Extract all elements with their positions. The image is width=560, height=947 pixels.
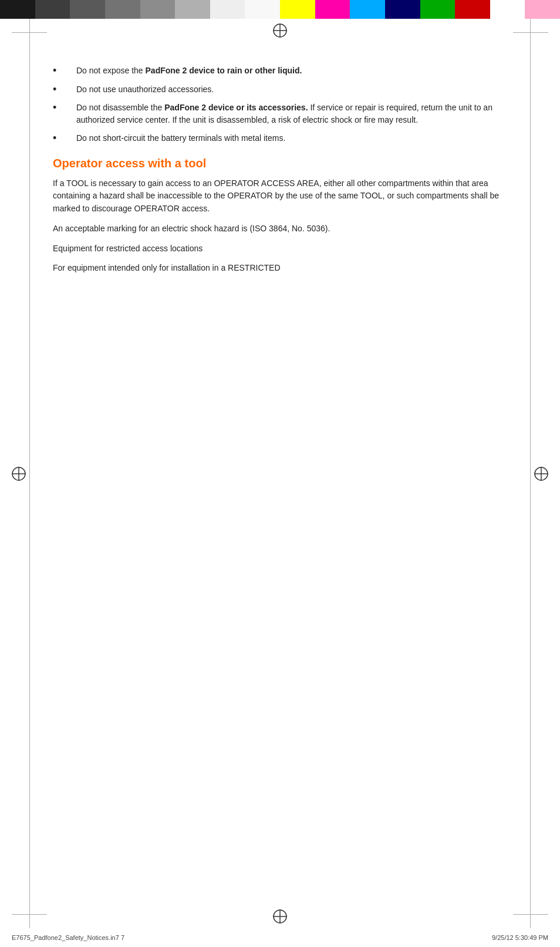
bullet-text: Do not expose the PadFone 2 device to ra…: [76, 65, 507, 77]
main-content: • Do not expose the PadFone 2 device to …: [53, 65, 507, 888]
bold-phrase: PadFone 2 device to rain or other liquid…: [146, 66, 302, 75]
list-item: • Do not expose the PadFone 2 device to …: [53, 65, 507, 77]
list-item: • Do not use unauthorized accessories.: [53, 83, 507, 96]
footer-left: E7675_Padfone2_Safety_Notices.in7 7: [12, 934, 124, 941]
bullet-text: Do not use unauthorized accessories.: [76, 83, 507, 96]
bullet-dot: •: [53, 102, 65, 126]
bullet-dot: •: [53, 83, 65, 96]
color-bar: [0, 0, 560, 19]
bullet-text: Do not disassemble the PadFone 2 device …: [76, 102, 507, 126]
reg-mark-bottom: [272, 908, 288, 925]
body-paragraph-1: If a TOOL is necessary to gain access to…: [53, 177, 507, 215]
reg-mark-right: [533, 466, 549, 482]
border-left: [29, 19, 30, 928]
bullet-list: • Do not expose the PadFone 2 device to …: [53, 65, 507, 145]
footer-right: 9/25/12 5:30:49 PM: [492, 934, 548, 941]
border-right: [530, 19, 531, 928]
body-paragraph-4: For equipment intended only for installa…: [53, 262, 507, 275]
border-bottom-left: [12, 914, 47, 915]
reg-mark-left: [11, 466, 27, 482]
body-paragraph-2: An acceptable marking for an electric sh…: [53, 223, 507, 235]
bullet-dot: •: [53, 132, 65, 145]
footer: E7675_Padfone2_Safety_Notices.in7 7 9/25…: [12, 934, 548, 941]
bullet-text: Do not short-circuit the battery termina…: [76, 132, 507, 145]
border-top-right: [513, 32, 548, 33]
reg-mark-top: [272, 22, 288, 39]
section-heading: Operator access with a tool: [53, 157, 507, 170]
list-item: • Do not short-circuit the battery termi…: [53, 132, 507, 145]
list-item: • Do not disassemble the PadFone 2 devic…: [53, 102, 507, 126]
bold-phrase: PadFone 2 device or its accessories.: [164, 103, 308, 112]
border-top-left: [12, 32, 47, 33]
bullet-dot: •: [53, 65, 65, 77]
body-paragraph-3: Equipment for restricted access location…: [53, 242, 507, 255]
border-bottom-right: [513, 914, 548, 915]
